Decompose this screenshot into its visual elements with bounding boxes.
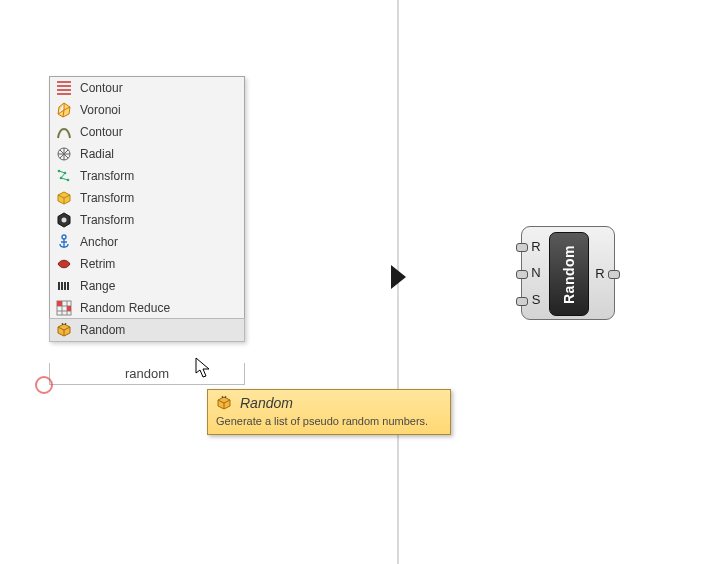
menu-item-label: Anchor <box>80 235 118 249</box>
component-core[interactable]: Random <box>549 232 589 316</box>
menu-item-label: Retrim <box>80 257 115 271</box>
svg-rect-7 <box>58 282 60 290</box>
input-label: N <box>531 265 540 280</box>
divider-arrow-icon <box>391 265 406 289</box>
contour-lines-icon <box>54 78 74 98</box>
svg-point-6 <box>62 235 66 239</box>
menu-item-transform-3[interactable]: Transform <box>50 209 244 231</box>
menu-item-label: Voronoi <box>80 103 121 117</box>
menu-item-transform-2[interactable]: Transform <box>50 187 244 209</box>
component-random[interactable]: R N S Random R <box>521 226 615 320</box>
svg-point-5 <box>62 218 67 223</box>
menu-item-label: Random Reduce <box>80 301 170 315</box>
menu-item-label: Transform <box>80 213 134 227</box>
tooltip-title: Random <box>240 395 293 411</box>
component-name: Random <box>561 245 577 304</box>
menu-item-label: Transform <box>80 169 134 183</box>
anchor-icon <box>54 232 74 252</box>
menu-item-random[interactable]: Random <box>49 318 245 342</box>
svg-rect-13 <box>67 306 71 311</box>
curve-icon <box>54 122 74 142</box>
menu-item-radial[interactable]: Radial <box>50 143 244 165</box>
menu-item-label: Contour <box>80 125 123 139</box>
component-outputs: R <box>590 227 610 319</box>
random-box-icon <box>54 320 74 340</box>
transform-points-icon <box>54 166 74 186</box>
transform-hex-icon <box>54 210 74 230</box>
menu-item-label: Contour <box>80 81 123 95</box>
tooltip: Random Generate a list of pseudo random … <box>207 389 451 435</box>
menu-item-label: Random <box>80 323 125 337</box>
menu-item-retrim[interactable]: Retrim <box>50 253 244 275</box>
svg-rect-10 <box>67 282 69 290</box>
search-results-menu: Contour Voronoi Contour Radial Transform… <box>49 76 245 342</box>
menu-item-label: Range <box>80 279 115 293</box>
svg-rect-12 <box>57 301 62 306</box>
menu-item-random-reduce[interactable]: Random Reduce <box>50 297 244 319</box>
svg-rect-9 <box>64 282 66 290</box>
canvas-click-marker <box>35 376 53 394</box>
menu-item-voronoi[interactable]: Voronoi <box>50 99 244 121</box>
input-label: S <box>532 292 541 307</box>
menu-item-contour-2[interactable]: Contour <box>50 121 244 143</box>
menu-item-label: Radial <box>80 147 114 161</box>
radial-icon <box>54 144 74 164</box>
svg-rect-8 <box>61 282 63 290</box>
menu-item-contour-1[interactable]: Contour <box>50 77 244 99</box>
retrim-icon <box>54 254 74 274</box>
transform-box-icon <box>54 188 74 208</box>
voronoi-icon <box>54 100 74 120</box>
random-box-icon <box>216 395 232 411</box>
menu-item-label: Transform <box>80 191 134 205</box>
tooltip-body: Generate a list of pseudo random numbers… <box>216 415 442 427</box>
menu-item-transform-1[interactable]: Transform <box>50 165 244 187</box>
search-input-value: random <box>125 366 169 381</box>
menu-item-range[interactable]: Range <box>50 275 244 297</box>
output-label: R <box>595 266 604 281</box>
component-inputs: R N S <box>526 233 546 313</box>
input-label: R <box>531 239 540 254</box>
search-input[interactable]: random <box>49 363 245 385</box>
menu-item-anchor[interactable]: Anchor <box>50 231 244 253</box>
grid-icon <box>54 298 74 318</box>
range-icon <box>54 276 74 296</box>
